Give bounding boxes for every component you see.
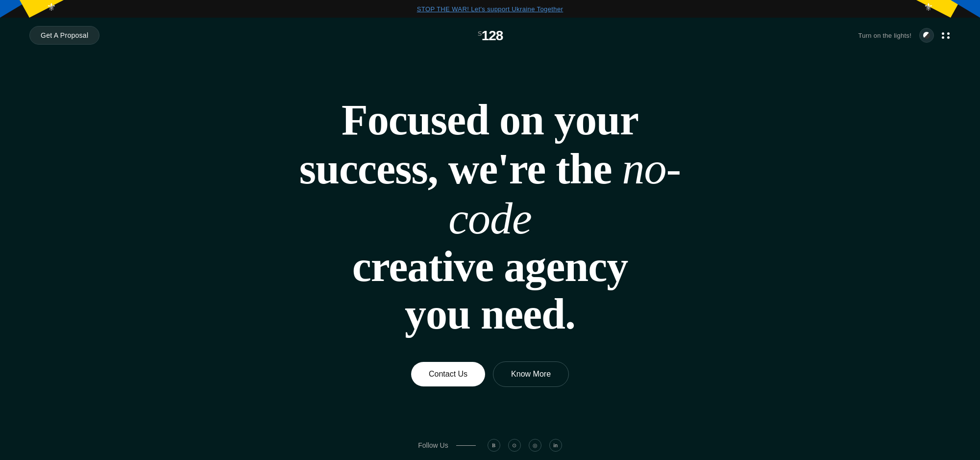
hero-heading-line4: you need. <box>405 290 575 338</box>
nav-center: ˢ128 <box>477 27 503 44</box>
navbar: Get A Proposal ˢ128 Turn on the lights! <box>0 18 980 53</box>
logo-bracket-open: ˢ <box>477 28 482 43</box>
hero-heading: Focused on your success, we're the no-co… <box>270 97 710 338</box>
corner-decoration-left: ⚜ <box>0 0 88 18</box>
logo-text: 128 <box>482 28 503 43</box>
hero-heading-line3: creative agency <box>352 243 628 290</box>
nav-right: Turn on the lights! <box>858 28 951 43</box>
banner-text: STOP THE WAR! Let's support Ukraine Toge… <box>417 5 564 13</box>
follow-line <box>456 445 476 446</box>
follow-us-label: Follow Us <box>418 441 448 449</box>
dot-grid-icon <box>942 32 951 39</box>
get-proposal-button[interactable]: Get A Proposal <box>29 26 99 45</box>
social-icons: 𝐁 ⊙ ◎ in <box>488 439 562 452</box>
logo[interactable]: ˢ128 <box>477 27 503 44</box>
hero-section: Focused on your success, we're the no-co… <box>0 53 980 431</box>
theme-toggle-button[interactable] <box>919 28 934 43</box>
banner-link[interactable]: Let's support Ukraine Together <box>471 5 563 13</box>
hero-heading-line1: Focused on your <box>342 96 638 144</box>
follow-us: Follow Us <box>418 441 475 449</box>
dribbble-icon[interactable]: ⊙ <box>508 439 521 452</box>
nav-left: Get A Proposal <box>29 26 99 45</box>
turn-on-lights-label: Turn on the lights! <box>858 32 911 39</box>
banner-prefix: STOP THE WAR! <box>417 5 471 13</box>
linkedin-icon[interactable]: in <box>549 439 562 452</box>
know-more-button[interactable]: Know More <box>493 361 569 387</box>
theme-toggle-icon <box>923 32 930 39</box>
footer: Follow Us 𝐁 ⊙ ◎ in <box>0 431 980 460</box>
instagram-icon[interactable]: ◎ <box>529 439 541 452</box>
behance-icon[interactable]: 𝐁 <box>488 439 500 452</box>
ukraine-banner: ⚜ STOP THE WAR! Let's support Ukraine To… <box>0 0 980 18</box>
hero-heading-line2: success, we're the <box>299 145 612 193</box>
corner-decoration-right: ⚜ <box>892 0 980 18</box>
menu-button[interactable] <box>942 32 951 39</box>
contact-us-button[interactable]: Contact Us <box>411 362 485 386</box>
hero-buttons: Contact Us Know More <box>411 361 569 387</box>
